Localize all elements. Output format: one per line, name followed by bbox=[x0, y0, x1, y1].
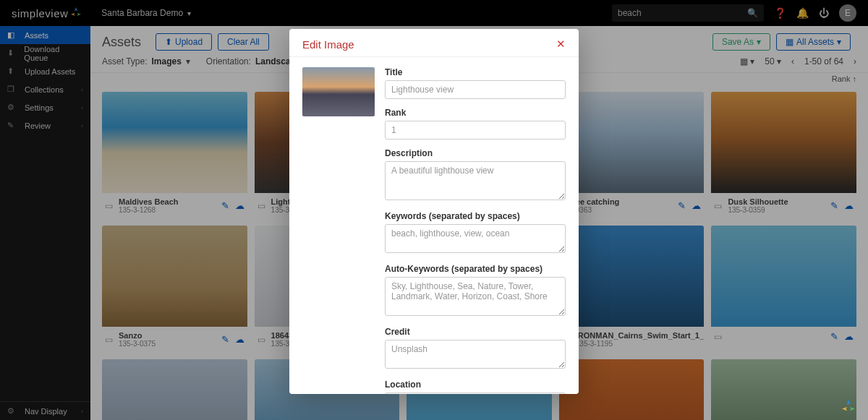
title-label: Title bbox=[385, 67, 566, 77]
corner-brand-icon bbox=[842, 400, 855, 413]
modal-title: Edit Image bbox=[302, 38, 354, 51]
keywords-input[interactable] bbox=[385, 224, 566, 253]
preview-thumbnail bbox=[302, 67, 375, 116]
location-label: Location bbox=[385, 380, 566, 390]
close-button[interactable]: ✕ bbox=[556, 38, 566, 51]
credit-input[interactable] bbox=[385, 340, 566, 369]
rank-input[interactable] bbox=[385, 121, 566, 140]
description-label: Description bbox=[385, 148, 566, 158]
title-input[interactable] bbox=[385, 80, 566, 99]
location-input[interactable] bbox=[385, 393, 566, 394]
rank-label: Rank bbox=[385, 108, 566, 118]
description-input[interactable] bbox=[385, 161, 566, 200]
image-preview bbox=[302, 67, 375, 384]
keywords-label: Keywords (separated by spaces) bbox=[385, 211, 566, 221]
credit-label: Credit bbox=[385, 327, 566, 337]
edit-image-modal: Edit Image ✕ Title Rank Description bbox=[289, 29, 579, 394]
close-icon: ✕ bbox=[556, 38, 566, 50]
autokeywords-label: Auto-Keywords (separated by spaces) bbox=[385, 264, 566, 274]
modal-overlay[interactable]: Edit Image ✕ Title Rank Description bbox=[0, 0, 868, 420]
autokeywords-input[interactable] bbox=[385, 277, 566, 316]
